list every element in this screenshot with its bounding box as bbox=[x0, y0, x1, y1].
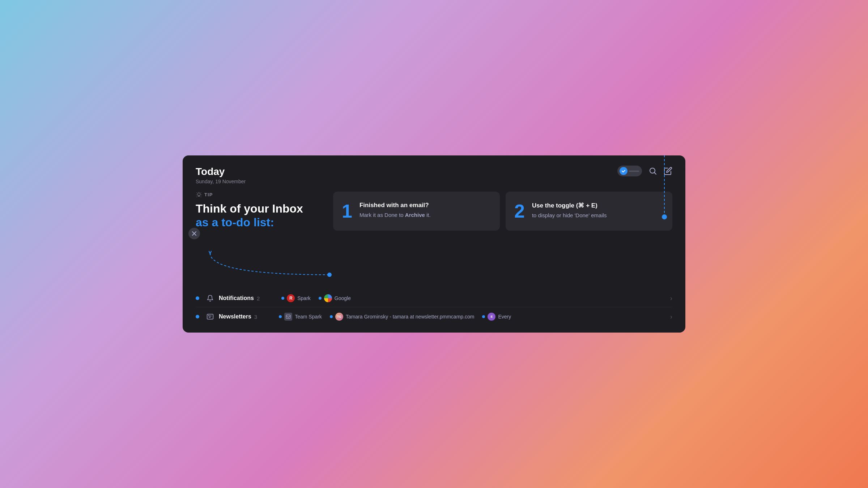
arrow-path-right bbox=[660, 155, 669, 219]
header: Today Sunday, 19 November bbox=[183, 155, 685, 184]
cards-area: 1 Finished with an email? Mark it as Don… bbox=[333, 192, 672, 286]
toggle-check-icon bbox=[620, 167, 627, 175]
tamara-avatar: TG bbox=[335, 313, 343, 321]
newsletter-icon bbox=[207, 313, 214, 320]
list-item-newsletters[interactable]: Newsletters 3 Team Spark TG bbox=[196, 308, 672, 325]
sender-google: Google bbox=[319, 294, 351, 302]
card-desc-end: it. bbox=[425, 212, 431, 218]
svg-rect-9 bbox=[286, 315, 290, 318]
svg-point-5 bbox=[327, 273, 332, 277]
close-tip-button[interactable] bbox=[188, 228, 200, 239]
tip-label: TIP bbox=[196, 192, 333, 198]
sender-every: E Every bbox=[482, 313, 511, 321]
notifications-senders: R Spark Google bbox=[281, 294, 670, 302]
tip-panel: TIP Think of your Inbox as a to-do list: bbox=[196, 192, 333, 286]
notifications-dot bbox=[196, 296, 199, 300]
card-desc-bold: Archive bbox=[405, 212, 425, 218]
card-desc-1: Mark it as Done to Archive it. bbox=[359, 212, 431, 218]
notifications-icon bbox=[205, 293, 215, 303]
bell-icon bbox=[207, 295, 214, 302]
newsletters-icon bbox=[205, 312, 215, 322]
card-desc-2: to display or hide 'Done' emails bbox=[532, 212, 607, 218]
card-number-1: 1 bbox=[342, 202, 352, 221]
every-name: Every bbox=[498, 314, 511, 320]
list-item-notifications[interactable]: Notifications 2 R Spark Google › bbox=[196, 290, 672, 307]
card-title-1: Finished with an email? bbox=[359, 202, 431, 209]
spark-dot bbox=[281, 297, 284, 300]
newsletters-dot bbox=[196, 315, 199, 318]
svg-point-7 bbox=[662, 214, 667, 219]
every-dot bbox=[482, 315, 485, 318]
lightbulb-icon bbox=[196, 192, 202, 198]
card-title-2: Use the toggle (⌘ + E) bbox=[532, 202, 607, 209]
svg-line-1 bbox=[655, 173, 656, 175]
tamara-name: Tamara Grominsky - tamara at newsletter.… bbox=[346, 314, 475, 320]
newsletters-senders: Team Spark TG Tamara Grominsky - tamara … bbox=[279, 313, 670, 321]
svg-rect-8 bbox=[207, 314, 213, 319]
team-spark-logo bbox=[284, 313, 292, 321]
notifications-count: 2 bbox=[257, 295, 260, 301]
inbox-categories-list: Notifications 2 R Spark Google › bbox=[183, 286, 685, 333]
toggle-line bbox=[629, 171, 639, 172]
tip-card-2: 2 Use the toggle (⌘ + E) to display or h… bbox=[506, 192, 672, 231]
tip-text: TIP bbox=[204, 192, 213, 197]
every-logo: E bbox=[488, 313, 495, 321]
tip-card-1: 1 Finished with an email? Mark it as Don… bbox=[333, 192, 500, 231]
toggle-done-button[interactable] bbox=[617, 166, 642, 176]
newsletters-chevron: › bbox=[670, 313, 672, 321]
google-logo bbox=[324, 294, 332, 302]
close-icon bbox=[192, 231, 196, 236]
team-envelope-icon bbox=[286, 314, 291, 319]
spark-name: Spark bbox=[297, 295, 311, 301]
tamara-dot bbox=[330, 315, 333, 318]
search-button[interactable] bbox=[648, 167, 657, 175]
newsletters-count: 3 bbox=[254, 314, 257, 320]
header-left: Today Sunday, 19 November bbox=[196, 166, 246, 184]
newsletters-label: Newsletters bbox=[219, 313, 251, 320]
google-dot bbox=[319, 297, 322, 300]
sender-team-spark: Team Spark bbox=[279, 313, 322, 321]
google-name: Google bbox=[335, 295, 351, 301]
content-area: TIP Think of your Inbox as a to-do list: bbox=[183, 184, 685, 286]
card-content-2: Use the toggle (⌘ + E) to display or hid… bbox=[532, 202, 607, 218]
arrow-path-left bbox=[207, 253, 329, 286]
notifications-chevron: › bbox=[670, 295, 672, 302]
card-content-1: Finished with an email? Mark it as Done … bbox=[359, 202, 431, 218]
checkmark-icon bbox=[621, 169, 626, 173]
app-window: Today Sunday, 19 November bbox=[183, 155, 685, 333]
team-spark-dot bbox=[279, 315, 282, 318]
svg-point-2 bbox=[197, 193, 200, 196]
tip-heading-line2: as a to-do list: bbox=[196, 215, 333, 229]
notifications-label: Notifications bbox=[219, 295, 254, 301]
spark-logo: R bbox=[287, 294, 295, 302]
search-icon bbox=[648, 167, 657, 175]
sender-spark: R Spark bbox=[281, 294, 311, 302]
page-subtitle: Sunday, 19 November bbox=[196, 179, 246, 184]
sender-tamara: TG Tamara Grominsky - tamara at newslett… bbox=[330, 313, 475, 321]
card-number-2: 2 bbox=[514, 202, 525, 221]
tip-heading-line1: Think of your Inbox bbox=[196, 202, 333, 215]
team-spark-name: Team Spark bbox=[295, 314, 322, 320]
page-title: Today bbox=[196, 166, 246, 178]
card-desc-plain: Mark it as Done to bbox=[359, 212, 405, 218]
